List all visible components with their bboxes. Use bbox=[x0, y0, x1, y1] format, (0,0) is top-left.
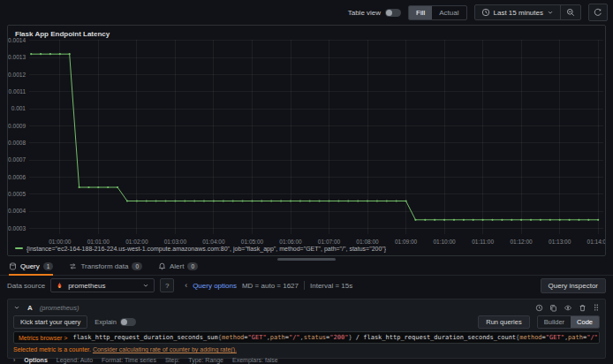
svg-text:0.0013: 0.0013 bbox=[8, 54, 26, 60]
history-icon[interactable] bbox=[535, 304, 543, 312]
builder-mode-button[interactable]: Builder bbox=[538, 316, 571, 328]
svg-text:01:11:00: 01:11:00 bbox=[472, 239, 494, 245]
tab-transform-data[interactable]: Transform data 0 bbox=[69, 262, 142, 274]
tab-query-count: 1 bbox=[43, 262, 54, 270]
add-rate-hint-link[interactable]: Consider calculating rate of counter by … bbox=[93, 346, 237, 353]
explain-toggle[interactable] bbox=[120, 318, 136, 326]
chart-legend: {instance="ec2-164-188-216-224.us-west-1… bbox=[15, 243, 386, 254]
table-view-toggle[interactable] bbox=[385, 9, 401, 17]
promql-query-input[interactable]: flask_http_request_duration_seconds_sum{… bbox=[72, 334, 600, 341]
table-view-label: Table view bbox=[348, 9, 381, 17]
svg-text:01:10:00: 01:10:00 bbox=[433, 239, 456, 245]
duplicate-query-icon[interactable] bbox=[549, 304, 557, 312]
time-range-picker[interactable]: Last 15 minutes bbox=[475, 5, 560, 19]
datasource-value: prometheus bbox=[68, 282, 138, 290]
query-toolbar: Kick start your query Explain Run querie… bbox=[13, 315, 600, 329]
option-summary-item: Type: Range bbox=[188, 357, 223, 363]
legend-series-label[interactable]: {instance="ec2-164-188-216-224.us-west-1… bbox=[26, 246, 386, 252]
svg-text:0.0004: 0.0004 bbox=[8, 208, 26, 214]
svg-text:0.001: 0.001 bbox=[11, 105, 26, 111]
actual-button[interactable]: Actual bbox=[432, 6, 465, 19]
tab-alert[interactable]: Alert 0 bbox=[158, 262, 198, 274]
svg-text:01:14:00: 01:14:00 bbox=[587, 239, 605, 245]
svg-text:0.0012: 0.0012 bbox=[8, 72, 26, 78]
query-row-actions bbox=[535, 303, 600, 312]
svg-text:0.0008: 0.0008 bbox=[8, 140, 26, 146]
pane-size-group: Fill Actual bbox=[408, 5, 466, 20]
option-summary-item: Format: Time series bbox=[102, 357, 156, 363]
query-ref-id: A bbox=[27, 304, 33, 312]
code-mode-button[interactable]: Code bbox=[571, 316, 599, 328]
time-picker-group: Last 15 minutes bbox=[474, 4, 581, 20]
svg-text:01:09:00: 01:09:00 bbox=[395, 239, 418, 245]
latency-panel: 01:00:0001:01:0001:02:0001:03:0001:04:00… bbox=[7, 25, 606, 256]
svg-text:0.0003: 0.0003 bbox=[8, 225, 26, 231]
latency-chart[interactable]: 01:00:0001:01:0001:02:0001:03:0001:04:00… bbox=[8, 26, 605, 255]
query-options-summary-row: › Options Legend: AutoFormat: Time serie… bbox=[13, 357, 600, 363]
svg-text:0.0005: 0.0005 bbox=[8, 191, 26, 197]
prometheus-flame-icon bbox=[56, 282, 64, 290]
grafana-panel-editor: Table view Fill Actual Last 15 minutes bbox=[0, 0, 613, 364]
refresh-button[interactable] bbox=[588, 4, 608, 21]
editor-toolbar: Table view Fill Actual Last 15 minutes bbox=[0, 0, 613, 25]
fill-button[interactable]: Fill bbox=[409, 6, 432, 19]
query-row-header: A (prometheus) bbox=[13, 302, 600, 313]
explain-control: Explain bbox=[95, 318, 136, 326]
svg-text:0.0007: 0.0007 bbox=[8, 156, 26, 163]
svg-text:0.0014: 0.0014 bbox=[8, 37, 26, 43]
chevron-down-icon bbox=[142, 282, 149, 289]
toggle-knob bbox=[121, 319, 127, 325]
bell-icon bbox=[158, 262, 166, 270]
tab-query[interactable]: Query 1 bbox=[9, 262, 53, 276]
toggle-knob bbox=[386, 10, 392, 16]
zoom-out-time-button[interactable] bbox=[560, 5, 580, 19]
promql-editor-row: Metrics browser > flask_http_request_dur… bbox=[13, 331, 600, 344]
tab-alert-label: Alert bbox=[170, 262, 184, 270]
query-datasource-hint: (prometheus) bbox=[40, 304, 79, 312]
legend-series-swatch bbox=[15, 247, 23, 249]
options-label[interactable]: Options bbox=[24, 357, 47, 363]
svg-text:0.0009: 0.0009 bbox=[8, 123, 26, 129]
metrics-browser-toggle[interactable]: Metrics browser > bbox=[19, 335, 67, 341]
summary-divider bbox=[304, 281, 305, 290]
zoom-out-icon bbox=[566, 8, 575, 17]
editor-tabs: Query 1 Transform data 0 Alert 0 bbox=[0, 262, 613, 276]
warning-text: Selected metric is a counter. bbox=[13, 346, 91, 353]
time-range-label: Last 15 minutes bbox=[494, 9, 543, 17]
panel-title: Flask App Endpoint Latency bbox=[15, 30, 110, 38]
query-inspector-button[interactable]: Query inspector bbox=[541, 278, 606, 293]
database-icon bbox=[9, 262, 17, 270]
refresh-icon bbox=[594, 8, 602, 17]
tab-alert-count: 0 bbox=[187, 262, 198, 270]
drag-handle-icon[interactable] bbox=[593, 303, 600, 312]
transform-icon bbox=[69, 262, 77, 270]
datasource-help-button[interactable]: ? bbox=[160, 278, 174, 292]
option-summary-item: Exemplars: false bbox=[232, 357, 278, 363]
query-editor-card: A (prometheus) Kic bbox=[7, 299, 606, 359]
hide-response-icon[interactable] bbox=[564, 304, 572, 312]
chevron-right-icon[interactable]: › bbox=[13, 357, 15, 363]
query-options-label: Query options bbox=[193, 282, 237, 290]
pane-splitter-grip[interactable] bbox=[277, 258, 336, 261]
explain-label: Explain bbox=[95, 318, 117, 326]
remove-query-icon[interactable] bbox=[579, 304, 587, 312]
svg-text:0.0011: 0.0011 bbox=[9, 88, 26, 95]
table-view-control: Table view bbox=[348, 9, 401, 17]
tab-query-label: Query bbox=[20, 262, 40, 270]
datasource-label: Data source bbox=[7, 282, 45, 290]
option-summary-item: Legend: Auto bbox=[57, 357, 93, 363]
kick-start-query-button[interactable]: Kick start your query bbox=[13, 315, 87, 329]
tab-transform-label: Transform data bbox=[80, 262, 128, 270]
datasource-row: Data source prometheus ? ‹ Query options… bbox=[0, 277, 613, 293]
query-options-toggle[interactable]: ‹ Query options MD = auto = 1627 Interva… bbox=[185, 281, 352, 290]
svg-text:01:12:00: 01:12:00 bbox=[510, 239, 533, 245]
max-data-points-summary: MD = auto = 1627 bbox=[242, 282, 299, 290]
collapse-chevron-icon[interactable] bbox=[13, 304, 20, 311]
run-queries-button[interactable]: Run queries bbox=[478, 315, 529, 329]
options-summary-items: Legend: AutoFormat: Time seriesStep:Type… bbox=[57, 357, 287, 363]
counter-warning: Selected metric is a counter. Consider c… bbox=[13, 346, 600, 354]
svg-text:0.0006: 0.0006 bbox=[8, 174, 26, 180]
chevron-down-icon bbox=[547, 9, 554, 16]
datasource-picker[interactable]: prometheus bbox=[50, 278, 155, 292]
clock-icon bbox=[481, 8, 490, 17]
